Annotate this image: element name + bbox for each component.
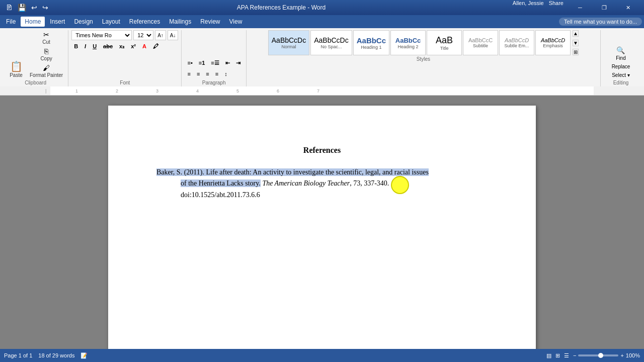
menu-right: Tell me what you want to do... (559, 18, 642, 26)
style-heading1-preview: AaBbCc (357, 36, 386, 45)
status-bar: Page 1 of 1 18 of 29 words 📝 ▤ ⊞ ☰ − + 1… (0, 349, 644, 362)
style-heading1-name: Heading 1 (361, 45, 381, 50)
style-subtle-em-name: Subtle Em... (505, 43, 529, 48)
style-heading1[interactable]: AaBbCc Heading 1 (353, 30, 389, 55)
ruler-mark: | (45, 88, 46, 94)
style-subtle-em[interactable]: AaBbCcD Subtle Em... (499, 30, 534, 55)
select-button[interactable]: Select ▾ (610, 71, 632, 79)
cut-icon: ✂ (43, 31, 49, 38)
search-bar[interactable]: Tell me what you want to do... (559, 18, 642, 26)
style-heading2-name: Heading 2 (398, 44, 419, 49)
ruler-mark4: 3 (156, 88, 158, 94)
style-emphasis[interactable]: AaBbCcD Emphasis (535, 30, 571, 55)
align-center-button[interactable]: ≡ (194, 69, 202, 79)
reference-entry[interactable]: Baker, S. (2011). Life after death: An a… (156, 167, 488, 201)
minimize-button[interactable]: ─ (569, 0, 592, 15)
style-nospace[interactable]: AaBbCcDc No Spac... (310, 30, 352, 55)
paste-button[interactable]: 📋 Paste (6, 60, 26, 79)
numbering-button[interactable]: ≡1 (196, 58, 208, 68)
font-size-select[interactable]: 12 (133, 30, 153, 40)
references-heading: References (156, 146, 488, 155)
format-painter-button[interactable]: 🖌 Format Painter (28, 63, 65, 79)
line-spacing-button[interactable]: ↕ (222, 69, 230, 79)
cut-button[interactable]: ✂ Cut (28, 30, 65, 46)
copy-button[interactable]: ⎘ Copy (28, 47, 65, 62)
align-right-button[interactable]: ≡ (203, 69, 211, 79)
menu-mailings[interactable]: Mailings (165, 17, 195, 27)
font-row2: B I U abc x₂ x² A 🖍 (71, 41, 161, 51)
menu-bar: File Home Insert Design Layout Reference… (0, 15, 644, 28)
styles-up-button[interactable]: ▲ (573, 30, 579, 37)
editing-content: 🔍 Find Replace Select ▾ (610, 30, 632, 79)
clipboard-content: 📋 Paste ✂ Cut ⎘ Copy 🖌 (6, 30, 65, 79)
font-name-select[interactable]: Times New Ro (71, 30, 132, 40)
menu-file[interactable]: File (2, 17, 20, 27)
strikethrough-button[interactable]: abc (101, 41, 115, 51)
view-print-icon[interactable]: ▤ (546, 352, 551, 359)
underline-button[interactable]: U (90, 41, 99, 51)
style-title[interactable]: AaB Title (427, 30, 462, 55)
decrease-font-btn[interactable]: A↓ (168, 30, 179, 40)
bold-button[interactable]: B (71, 41, 80, 51)
text-color-button[interactable]: A (140, 41, 149, 51)
find-icon: 🔍 (616, 46, 625, 54)
format-painter-icon: 🖌 (43, 64, 50, 71)
decrease-indent-button[interactable]: ⇤ (223, 58, 232, 68)
window-title: APA References Example - Word (237, 4, 326, 11)
redo-quick-btn[interactable]: ↪ (41, 4, 50, 12)
copy-icon: ⎘ (44, 48, 48, 55)
para-row1: ≡• ≡1 ≡☰ ⇤ ⇥ (185, 58, 243, 68)
style-emphasis-name: Emphasis (543, 43, 563, 48)
editing-label: Editing (604, 80, 638, 85)
save-quick-btn[interactable]: 💾 (16, 4, 28, 12)
justify-button[interactable]: ≡ (213, 69, 221, 79)
increase-indent-button[interactable]: ⇥ (233, 58, 243, 68)
find-button[interactable]: 🔍 Find (610, 45, 632, 62)
document-area: References Baker, S. (2011). Life after … (0, 96, 644, 349)
proofing-icon: 📝 (80, 352, 88, 359)
close-button[interactable]: ✕ (617, 0, 640, 15)
styles-more-button[interactable]: ⊞ (573, 49, 579, 55)
italic-button[interactable]: I (82, 41, 89, 51)
replace-button[interactable]: Replace (610, 63, 632, 70)
menu-design[interactable]: Design (70, 17, 97, 27)
menu-references[interactable]: References (125, 17, 164, 27)
highlight-button[interactable]: 🖍 (150, 41, 161, 51)
style-subtitle[interactable]: AaBbCcC Subtitle (463, 30, 498, 55)
bullets-button[interactable]: ≡• (185, 58, 195, 68)
undo-quick-btn[interactable]: ↩ (30, 4, 39, 12)
ruler-mark2: 1 (75, 88, 78, 94)
restore-button[interactable]: ❐ (593, 0, 616, 15)
menu-review[interactable]: Review (196, 17, 224, 27)
ruler-mark3: 2 (116, 88, 118, 94)
multilevel-button[interactable]: ≡☰ (208, 58, 221, 68)
menu-insert[interactable]: Insert (46, 17, 69, 27)
menu-view[interactable]: View (225, 17, 247, 27)
replace-label: Replace (612, 64, 630, 69)
style-normal[interactable]: AaBbCcDc Normal (268, 30, 309, 55)
format-painter-label: Format Painter (30, 72, 63, 78)
paragraph-label: Paragraph (185, 80, 243, 85)
view-outline-icon[interactable]: ☰ (564, 352, 569, 359)
share-button[interactable]: Share (549, 0, 564, 15)
zoom-slider[interactable] (578, 354, 618, 356)
font-label: Font (71, 80, 178, 85)
increase-font-btn[interactable]: A↑ (155, 30, 166, 40)
zoom-out-button[interactable]: − (573, 352, 576, 358)
view-web-icon[interactable]: ⊞ (555, 352, 560, 359)
styles-down-button[interactable]: ▼ (573, 40, 579, 46)
style-subtle-em-preview: AaBbCcD (505, 37, 529, 43)
style-heading2[interactable]: AaBbCc Heading 2 (390, 30, 426, 55)
reference-line2-end: , 73, 337-340. (350, 179, 389, 187)
zoom-in-button[interactable]: + (620, 352, 623, 358)
reference-line2-start: of the Henrietta Lacks story. (181, 179, 261, 187)
font-row1: Times New Ro 12 A↑ A↓ (71, 30, 178, 40)
menu-layout[interactable]: Layout (98, 17, 124, 27)
copy-label: Copy (40, 56, 52, 61)
document-page[interactable]: References Baker, S. (2011). Life after … (108, 106, 536, 349)
superscript-button[interactable]: x² (128, 41, 138, 51)
style-nospace-name: No Spac... (320, 44, 342, 49)
subscript-button[interactable]: x₂ (117, 41, 127, 51)
align-left-button[interactable]: ≡ (185, 69, 193, 79)
menu-home[interactable]: Home (21, 17, 45, 27)
